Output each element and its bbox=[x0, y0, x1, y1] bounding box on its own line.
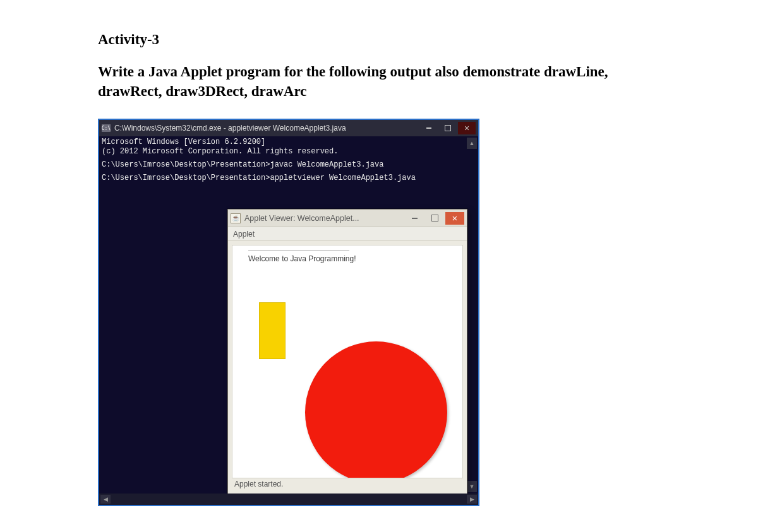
cmd-titlebar: C:\ C:\Windows\System32\cmd.exe - applet… bbox=[99, 120, 478, 136]
cmd-title: C:\Windows\System32\cmd.exe - appletview… bbox=[114, 124, 419, 133]
cmd-output: Microsoft Windows [Version 6.2.9200] (c)… bbox=[99, 136, 478, 186]
cmd-scroll-up-button[interactable] bbox=[467, 138, 477, 149]
cmd-window-controls bbox=[419, 122, 476, 134]
cmd-minimize-button[interactable] bbox=[420, 122, 438, 134]
applet-menubar: Applet bbox=[228, 227, 467, 241]
cmd-line: C:\Users\Imrose\Desktop\Presentation>app… bbox=[102, 174, 476, 183]
screenshot-container: C:\ C:\Windows\System32\cmd.exe - applet… bbox=[98, 119, 479, 506]
applet-titlebar: Applet Viewer: WelcomeApplet... bbox=[228, 210, 467, 227]
drawline-output bbox=[248, 251, 349, 251]
cmd-icon: C:\ bbox=[102, 124, 111, 132]
applet-viewer-window: Applet Viewer: WelcomeApplet... Applet W… bbox=[227, 209, 467, 494]
cmd-hscroll-left-button[interactable] bbox=[100, 495, 111, 504]
yellow-rectangle bbox=[259, 302, 286, 359]
cmd-hscroll-right-button[interactable] bbox=[467, 495, 477, 504]
cmd-scroll-down-button[interactable] bbox=[467, 481, 477, 492]
applet-canvas: Welcome to Java Programming! bbox=[232, 245, 463, 478]
applet-minimize-button[interactable] bbox=[405, 212, 424, 225]
applet-maximize-button[interactable] bbox=[425, 212, 444, 225]
cmd-line: C:\Users\Imrose\Desktop\Presentation>jav… bbox=[102, 160, 476, 170]
applet-close-button[interactable] bbox=[445, 212, 464, 225]
applet-title: Applet Viewer: WelcomeApplet... bbox=[244, 214, 405, 223]
red-circle bbox=[305, 341, 447, 478]
java-icon bbox=[231, 213, 241, 223]
welcome-text: Welcome to Java Programming! bbox=[248, 254, 356, 263]
cmd-close-button[interactable] bbox=[458, 122, 476, 134]
cmd-horizontal-scrollbar bbox=[99, 494, 478, 505]
activity-description: Write a Java Applet program for the foll… bbox=[98, 62, 660, 101]
activity-heading: Activity-3 bbox=[98, 32, 660, 48]
cmd-maximize-button[interactable] bbox=[439, 122, 457, 134]
cmd-line: Microsoft Windows [Version 6.2.9200] bbox=[102, 138, 476, 147]
applet-menu-item[interactable]: Applet bbox=[233, 230, 255, 239]
applet-window-controls bbox=[405, 212, 464, 225]
applet-status-bar: Applet started. bbox=[232, 478, 463, 491]
cmd-line: (c) 2012 Microsoft Corporation. All righ… bbox=[102, 147, 476, 157]
